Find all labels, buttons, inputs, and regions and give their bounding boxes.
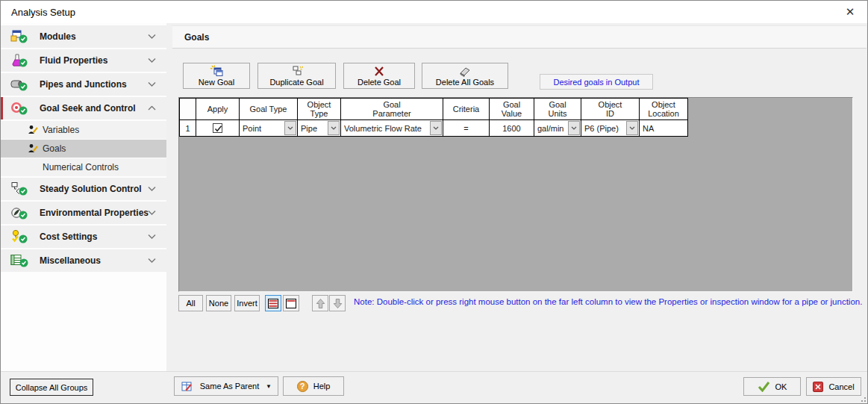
col-object-id: ObjectID [581, 99, 640, 120]
goal-parameter-dropdown[interactable] [430, 121, 442, 135]
select-all-button[interactable]: All [178, 295, 203, 311]
sidebar-item-modules[interactable]: Modules [1, 25, 166, 48]
sidebar-item-steady-solution-control[interactable]: Steady Solution Control [1, 178, 166, 200]
pipe-icon [10, 77, 28, 92]
object-id-dropdown[interactable] [626, 121, 638, 135]
check-icon [214, 125, 222, 133]
new-goal-icon [210, 65, 223, 77]
delete-goal-x-icon [373, 66, 385, 77]
sidebar-item-goal-seek-and-control[interactable]: Goal Seek and Control [1, 97, 166, 119]
title-bar: Analysis Setup ✕ [1, 1, 867, 23]
page-title: Goals [184, 32, 209, 43]
cost-icon [10, 229, 28, 244]
chevron-down-icon [287, 126, 293, 130]
flask-icon [10, 53, 28, 68]
goal-type-cell: Point [240, 120, 298, 137]
duplicate-goal-button[interactable]: Duplicate Goal [257, 63, 336, 89]
ok-button[interactable]: OK [743, 377, 801, 396]
ok-check-icon [758, 381, 770, 392]
desired-goals-in-output-link[interactable]: Desired goals in Output [540, 74, 653, 90]
chevron-down-icon [629, 126, 635, 130]
chevron-down-icon [331, 126, 337, 130]
col-object-type: ObjectType [298, 99, 341, 120]
sidebar-item-goals[interactable]: Goals [1, 140, 166, 158]
sidebar: Modules Fluid Properties Pipes and Junct… [1, 23, 166, 371]
goals-grid-area: Apply Goal Type ObjectType GoalParameter… [178, 97, 853, 292]
chevron-down-icon [148, 234, 156, 240]
goals-table: Apply Goal Type ObjectType GoalParameter… [179, 98, 688, 137]
dropdown-arrow-icon: ▼ [266, 383, 272, 390]
invert-selection-button[interactable]: Invert [234, 295, 260, 311]
col-goal-units: GoalUnits [534, 99, 581, 120]
chevron-down-icon [148, 258, 156, 264]
object-type-dropdown[interactable] [328, 121, 340, 135]
criteria-cell[interactable]: = [443, 120, 490, 137]
panel-header: Goals [172, 25, 867, 49]
move-up-button[interactable] [312, 295, 328, 311]
help-icon: ? [297, 381, 308, 392]
header-row: Apply Goal Type ObjectType GoalParameter… [180, 99, 688, 120]
duplicate-goal-icon [290, 65, 304, 77]
chevron-up-icon [148, 106, 156, 111]
flowchart-icon [10, 181, 28, 196]
window-title: Analysis Setup [11, 7, 75, 18]
main-panel: Goals New Goal Duplicate Goal Delete Goa… [172, 23, 867, 371]
col-goal-type: Goal Type [240, 99, 298, 120]
same-as-parent-dropdown[interactable]: Same As Parent ▼ [174, 376, 278, 396]
chevron-down-icon [148, 58, 156, 63]
object-location-cell[interactable]: NA [640, 120, 688, 137]
sidebar-item-environmental-properties[interactable]: Environmental Properties [1, 202, 166, 224]
chevron-down-icon [148, 211, 156, 216]
row-number-cell[interactable]: 1 [180, 120, 196, 137]
move-down-button[interactable] [329, 295, 346, 311]
apply-cell [196, 120, 240, 137]
row-number-header [180, 99, 196, 120]
col-goal-parameter: GoalParameter [341, 99, 443, 120]
list-icon [10, 253, 28, 268]
select-none-button[interactable]: None [206, 295, 231, 311]
col-object-location: ObjectLocation [640, 99, 688, 120]
single-stripe-row-icon [286, 299, 296, 308]
goal-parameter-cell: Volumetric Flow Rate [341, 120, 443, 137]
delete-goal-button[interactable]: Delete Goal [343, 63, 415, 89]
arrow-down-icon [332, 298, 343, 309]
help-button[interactable]: ? Help [283, 376, 344, 396]
leaf-pen-icon [10, 205, 28, 220]
edit-table-icon [181, 381, 193, 392]
object-type-cell: Pipe [298, 120, 341, 137]
resize-grip[interactable] [858, 394, 866, 402]
sidebar-item-pipes-and-junctions[interactable]: Pipes and Junctions [1, 73, 166, 96]
chevron-down-icon [433, 126, 439, 130]
sidebar-item-cost-settings[interactable]: Cost Settings [1, 226, 166, 248]
object-id-cell: P6 (Pipe) [581, 120, 640, 137]
goal-type-dropdown[interactable] [284, 121, 296, 135]
arrow-up-icon [315, 298, 326, 309]
sidebar-item-fluid-properties[interactable]: Fluid Properties [1, 49, 166, 72]
active-group-accent [1, 97, 3, 119]
col-apply: Apply [196, 99, 240, 120]
collapse-rows-view-button[interactable] [283, 295, 299, 311]
sidebar-item-numerical-controls[interactable]: Numerical Controls [1, 158, 166, 176]
apply-checkbox[interactable] [213, 123, 222, 133]
goal-units-cell: gal/min [534, 120, 581, 137]
cancel-x-icon [813, 382, 823, 392]
expand-rows-view-button[interactable] [265, 295, 281, 311]
chevron-down-icon [148, 34, 156, 40]
bullseye-icon [10, 101, 28, 116]
chevron-down-icon [571, 126, 577, 130]
table-row: 1 Point Pipe Volumetric Flow Rate [180, 120, 688, 137]
sidebar-item-miscellaneous[interactable]: Miscellaneous [1, 249, 166, 272]
close-icon[interactable]: ✕ [839, 3, 861, 21]
cancel-button[interactable]: Cancel [806, 377, 861, 396]
modules-icon [10, 29, 28, 44]
goal-units-dropdown[interactable] [568, 121, 580, 135]
footer-bar: Collapse All Groups Same As Parent ▼ ? H… [1, 371, 867, 403]
variable-person-icon [28, 125, 39, 135]
goal-person-icon [28, 143, 39, 154]
new-goal-button[interactable]: New Goal [183, 63, 250, 89]
sidebar-item-variables[interactable]: Variables [1, 121, 166, 139]
collapse-all-groups-button[interactable]: Collapse All Groups [10, 379, 93, 396]
delete-all-goals-button[interactable]: Delete All Goals [422, 63, 508, 89]
eraser-icon [458, 66, 472, 77]
goal-value-cell[interactable]: 1600 [490, 120, 534, 137]
